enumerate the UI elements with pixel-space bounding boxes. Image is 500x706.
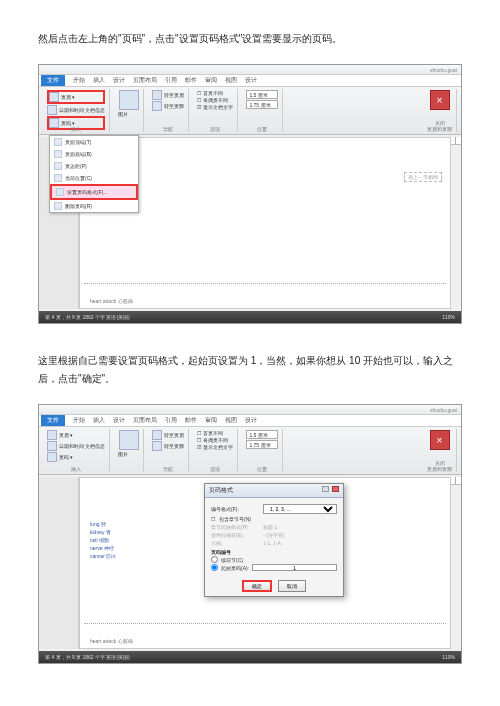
ribbon-tab[interactable]: 邮件 (185, 416, 197, 425)
ribbon-btn-picture[interactable]: 图片 (118, 451, 139, 457)
ribbon-tab[interactable]: 开始 (73, 416, 85, 425)
goto-footer-icon (152, 441, 162, 451)
ribbon-tab[interactable]: 邮件 (185, 76, 197, 85)
ribbon-btn-header[interactable]: 页眉 ▾ (47, 430, 105, 440)
group-label: 插入 (43, 126, 109, 132)
page-number-dropdown: 页面顶端(T) 页面底端(B) 页边距(P) 当前位置(C) 设置页码格式(F)… (49, 135, 139, 213)
status-left: 第 4 页，共 9 页 1862 个字 英语(美国) (45, 654, 130, 660)
header-icon (47, 430, 57, 440)
goto-header-icon (152, 430, 162, 440)
page-number-format-dialog: 页码格式 编号格式(F): 1, 2, 3, ... ☐ 包含章节号(N) 章节… (204, 483, 344, 597)
ribbon-tab[interactable]: 审阅 (205, 76, 217, 85)
start-page-input[interactable] (252, 564, 337, 571)
radio-continue[interactable] (211, 556, 218, 563)
ribbon-group-position: 1.5 厘米 1.75 厘米 位置 (242, 89, 283, 132)
ribbon-btn-header[interactable]: 页眉 ▾ (47, 90, 105, 104)
ribbon-tab[interactable]: 插入 (93, 76, 105, 85)
ribbon-tab[interactable]: 视图 (225, 416, 237, 425)
ribbon-tab[interactable]: 审阅 (205, 416, 217, 425)
dropdown-item-bottom[interactable]: 页面底端(B) (50, 148, 138, 160)
screenshot-2: shushu.guai 文件 开始 插入 设计 页面布局 引用 邮件 审阅 视图… (38, 404, 462, 664)
group-label: 位置 (242, 126, 282, 132)
section-link-label: 与上一节相同 (404, 172, 442, 182)
ribbon-btn-goto-header[interactable]: 转至页眉 (152, 90, 184, 100)
chk-odd-even-different[interactable]: ☐ 奇偶页不同 (197, 97, 233, 103)
ribbon-tab[interactable]: 视图 (225, 76, 237, 85)
ribbon-tab[interactable]: 插入 (93, 416, 105, 425)
dropdown-item-format[interactable]: 设置页码格式(F)... (50, 184, 138, 200)
ribbon-tab[interactable]: 引用 (165, 76, 177, 85)
group-label: 插入 (43, 466, 109, 472)
ribbon-tab-file[interactable]: 文件 (41, 75, 65, 86)
include-chapter-label: 包含章节号(N) (219, 516, 251, 522)
chk-show-doc-text[interactable]: ☑ 显示文档文字 (197, 444, 233, 450)
chapter-start-value: 标题 1 (263, 524, 277, 530)
ribbon-tab[interactable]: 设计 (113, 416, 125, 425)
ok-button[interactable]: 确定 (242, 580, 272, 592)
chk-odd-even-different[interactable]: ☐ 奇偶页不同 (197, 437, 233, 443)
footer-text: heart attack 心脏病 (90, 638, 133, 644)
include-chapter-checkbox[interactable]: ☐ (211, 516, 215, 522)
status-zoom[interactable]: 110% (442, 654, 455, 660)
close-header-footer-button[interactable]: × (430, 90, 450, 110)
goto-footer-icon (152, 101, 162, 111)
pos-margin-icon (54, 162, 62, 170)
chk-first-page-different[interactable]: ☐ 首页不同 (197, 430, 233, 436)
footer-text: heart attack 心脏病 (90, 298, 133, 304)
header-icon (49, 92, 59, 102)
header-from-top[interactable]: 1.5 厘米 (246, 430, 278, 439)
format-icon (56, 188, 64, 196)
user-label: shushu.guai (430, 407, 457, 413)
picture-icon[interactable] (119, 430, 139, 450)
ribbon-group-header-footer: 页眉 ▾ 日期和时间 文档信息 页码 ▾ 插入 (43, 89, 110, 132)
cancel-button[interactable]: 取消 (278, 580, 306, 592)
chk-show-doc-text[interactable]: ☑ 显示文档文字 (197, 104, 233, 110)
ribbon-tab[interactable]: 页面布局 (133, 76, 157, 85)
ribbon-tab[interactable]: 开始 (73, 76, 85, 85)
ribbon-btn-goto-footer[interactable]: 转至页脚 (152, 441, 184, 451)
calendar-icon (47, 441, 57, 451)
ribbon-btn-goto-header[interactable]: 转至页眉 (152, 430, 184, 440)
format-select[interactable]: 1, 2, 3, ... (263, 504, 337, 514)
ribbon-tab[interactable]: 设计 (113, 76, 125, 85)
help-button[interactable] (322, 486, 329, 492)
ribbon-btn-picture[interactable]: 图片 (118, 111, 139, 117)
footer-from-bottom[interactable]: 1.75 厘米 (246, 440, 278, 449)
ribbon-btn-datetime[interactable]: 日期和时间 文档信息 (47, 441, 105, 451)
screenshot-1: shushu.guai 文件 开始 插入 设计 页面布局 引用 邮件 审阅 视图… (38, 64, 462, 324)
group-label: 关闭 页眉和页脚 (423, 460, 456, 472)
goto-header-icon (152, 90, 162, 100)
calendar-icon (47, 105, 57, 115)
status-bar: 第 4 页，共 9 页 1862 个字 英语(美国) 110% (39, 311, 461, 323)
ribbon-tab[interactable]: 页面布局 (133, 416, 157, 425)
ribbon-group-nav: 转至页眉 转至页脚 导航 (148, 89, 189, 132)
ribbon-tab[interactable]: 设计 (245, 416, 257, 425)
dropdown-item-top[interactable]: 页面顶端(T) (50, 136, 138, 148)
footer-separator (84, 623, 446, 624)
close-header-footer-button[interactable]: × (430, 430, 450, 450)
radio-start-at-label: 起始页码(A): (221, 565, 249, 571)
ribbon-tab-file[interactable]: 文件 (41, 415, 65, 426)
ribbon-group-options: ☐ 首页不同 ☐ 奇偶页不同 ☑ 显示文档文字 选项 (193, 429, 238, 472)
close-button[interactable] (332, 486, 339, 492)
chk-first-page-different[interactable]: ☐ 首页不同 (197, 90, 233, 96)
format-label: 编号格式(F): (211, 506, 259, 512)
ribbon-group-header-footer: 页眉 ▾ 日期和时间 文档信息 页码 ▾ 插入 (43, 429, 110, 472)
page-number-icon (47, 452, 57, 462)
ribbon-btn-page-number[interactable]: 页码 ▾ (47, 452, 105, 462)
status-bar: 第 4 页，共 9 页 1862 个字 英语(美国) 110% (39, 651, 461, 663)
footer-separator (84, 283, 446, 284)
picture-icon[interactable] (119, 90, 139, 110)
dropdown-item-margin[interactable]: 页边距(P) (50, 160, 138, 172)
ribbon-btn-goto-footer[interactable]: 转至页脚 (152, 101, 184, 111)
radio-start-at[interactable] (211, 564, 218, 571)
ribbon-tab[interactable]: 设计 (245, 76, 257, 85)
ribbon-groups: 页眉 ▾ 日期和时间 文档信息 页码 ▾ 插入 图片 转至页眉 转至页脚 导航 … (39, 87, 461, 135)
status-zoom[interactable]: 110% (442, 314, 455, 320)
dropdown-item-remove[interactable]: 删除页码(R) (50, 200, 138, 212)
dropdown-item-current[interactable]: 当前位置(C) (50, 172, 138, 184)
header-from-top[interactable]: 1.5 厘米 (246, 90, 278, 99)
footer-from-bottom[interactable]: 1.75 厘米 (246, 100, 278, 109)
ribbon-btn-datetime[interactable]: 日期和时间 文档信息 (47, 105, 105, 115)
ribbon-tab[interactable]: 引用 (165, 416, 177, 425)
